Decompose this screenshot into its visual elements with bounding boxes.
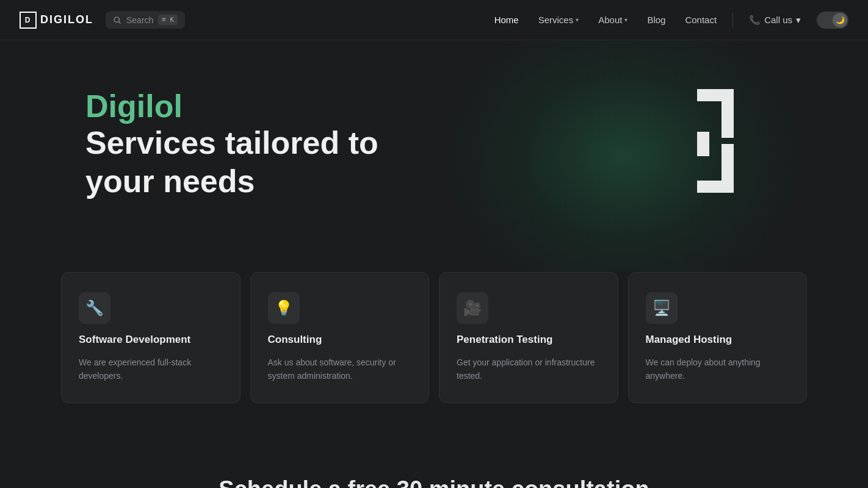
chevron-down-icon: ▾ [624, 16, 627, 23]
svg-rect-4 [722, 89, 734, 138]
search-icon [113, 16, 121, 24]
phone-icon: 📞 [749, 15, 761, 26]
svg-rect-6 [697, 144, 709, 156]
hero-section: Digilol Services tailored to your needs [0, 40, 868, 272]
hero-bracket-logo [636, 77, 758, 201]
hero-title: Services tailored to your needs [85, 124, 452, 200]
server-icon: 🖥️ [653, 300, 671, 317]
card-software-dev[interactable]: 🔧 Software Development We are experience… [61, 272, 241, 403]
nav-blog[interactable]: Blog [638, 10, 674, 30]
cta-section: Schedule a free 30 minute consultation B… [0, 440, 868, 488]
card-desc-software: We are experienced full-stack developers… [79, 356, 223, 383]
toggle-thumb: 🌙 [833, 13, 847, 27]
cta-title: Schedule a free 30 minute consultation [12, 476, 856, 488]
svg-rect-8 [697, 181, 709, 193]
card-hosting[interactable]: 🖥️ Managed Hosting We can deploy about a… [628, 272, 808, 403]
bracket-svg [636, 77, 758, 199]
svg-rect-7 [722, 144, 734, 193]
card-desc-consulting: Ask us about software, security or syste… [268, 356, 412, 383]
dark-mode-toggle[interactable]: 🌙 [817, 12, 848, 29]
card-desc-hosting: We can deploy about anything anywhere. [646, 356, 790, 383]
card-icon-software: 🔧 [79, 292, 110, 324]
nav-services[interactable]: Services ▾ [530, 10, 588, 30]
card-title-software: Software Development [79, 334, 223, 346]
logo-icon: D [20, 12, 37, 29]
svg-rect-3 [709, 89, 722, 101]
svg-line-1 [118, 21, 120, 23]
nav-home[interactable]: Home [486, 10, 527, 30]
card-title-pentest: Penetration Testing [457, 334, 601, 346]
card-title-consulting: Consulting [268, 334, 412, 346]
wrench-icon: 🔧 [85, 300, 104, 317]
card-desc-pentest: Get your application or infrastructure t… [457, 356, 601, 383]
hero-content: Digilol Services tailored to your needs [85, 89, 452, 200]
logo-text: DIGILOL [40, 13, 93, 26]
card-icon-consulting: 💡 [268, 292, 300, 324]
search-bar[interactable]: Search ⌘ K [106, 11, 185, 29]
logo[interactable]: D DIGILOL [20, 12, 93, 29]
nav-right: Home Services ▾ About ▾ Blog Contact 📞 C… [486, 10, 848, 30]
card-pentest[interactable]: 🎥 Penetration Testing Get your applicati… [439, 272, 618, 403]
card-icon-hosting: 🖥️ [646, 292, 678, 324]
card-consulting[interactable]: 💡 Consulting Ask us about software, secu… [250, 272, 430, 403]
search-shortcut: ⌘ K [158, 15, 178, 25]
svg-rect-9 [709, 181, 722, 193]
nav-left: D DIGILOL Search ⌘ K [20, 11, 185, 29]
search-label: Search [126, 15, 153, 25]
cards-grid: 🔧 Software Development We are experience… [61, 272, 807, 403]
navbar: D DIGILOL Search ⌘ K Home Services ▾ Abo… [0, 0, 868, 40]
card-title-hosting: Managed Hosting [646, 334, 790, 346]
svg-rect-2 [697, 89, 709, 101]
hero-brand: Digilol [85, 89, 452, 124]
camera-icon: 🎥 [463, 300, 482, 317]
nav-contact[interactable]: Contact [676, 10, 725, 30]
nav-divider [732, 13, 733, 27]
nav-about[interactable]: About ▾ [590, 10, 636, 30]
lightbulb-icon: 💡 [275, 300, 293, 317]
call-us-button[interactable]: 📞 Call us ▾ [740, 10, 809, 30]
card-icon-pentest: 🎥 [457, 292, 488, 324]
cards-section: 🔧 Software Development We are experience… [0, 272, 868, 440]
svg-rect-5 [697, 132, 709, 144]
svg-point-0 [114, 17, 119, 22]
chevron-down-icon: ▾ [576, 16, 579, 23]
chevron-down-icon: ▾ [796, 15, 801, 26]
